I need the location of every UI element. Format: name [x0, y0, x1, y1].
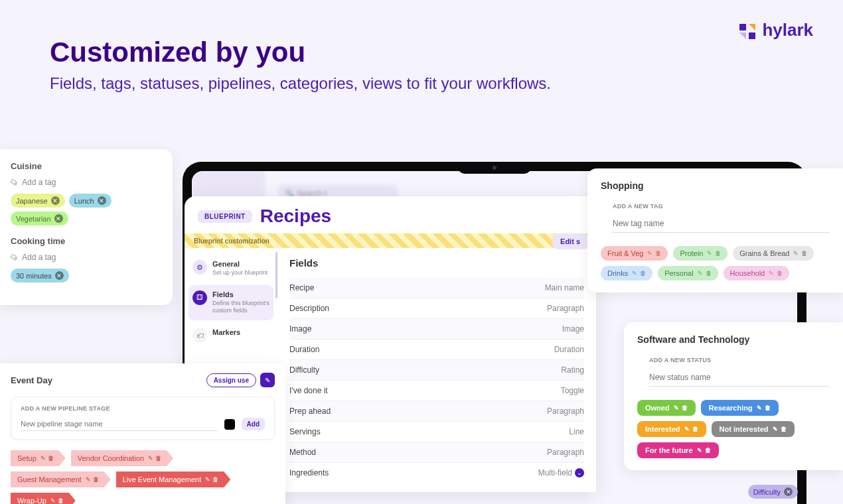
software-card: Software and Technology ADD A NEW STATUS… [624, 322, 843, 470]
stage-setup[interactable]: Setup✎🗑 [11, 450, 66, 466]
color-swatch[interactable] [224, 419, 235, 430]
trash-icon[interactable]: 🗑 [93, 476, 99, 483]
edit-icon[interactable]: ✎ [632, 270, 637, 277]
field-row[interactable]: DescriptionParagraph [289, 298, 584, 318]
edit-icon[interactable]: ✎ [86, 476, 91, 483]
trash-icon[interactable]: 🗑 [48, 455, 54, 462]
trash-icon[interactable]: 🗑 [715, 250, 721, 257]
edit-icon[interactable]: ✎ [793, 250, 799, 257]
edit-icon[interactable]: ✎ [260, 373, 275, 387]
stage-wrap[interactable]: Wrap-Up✎🗑 [11, 493, 76, 504]
fields-icon: ⚃ [192, 290, 207, 305]
trash-icon[interactable]: 🗑 [777, 270, 783, 277]
add-tag-button[interactable]: 🏷 Add a tag [11, 253, 162, 262]
trash-icon[interactable]: 🗑 [692, 426, 698, 432]
field-row[interactable]: ServingsLine [289, 421, 584, 442]
field-row[interactable]: I've done itToggle [289, 380, 584, 401]
close-icon[interactable]: ✕ [98, 196, 106, 205]
status-not-interested[interactable]: Not interested✎🗑 [712, 421, 795, 437]
edit-icon[interactable]: ✎ [50, 497, 56, 504]
trash-icon[interactable]: 🗑 [155, 455, 161, 462]
tag-vegetarian[interactable]: Vegetarian✕ [11, 212, 68, 225]
add-stage-form: ADD A NEW PIPELINE STAGE Add [11, 397, 275, 440]
tag-grains[interactable]: Grains & Bread✎🗑 [733, 246, 814, 261]
trash-icon[interactable]: 🗑 [706, 270, 712, 277]
brand-name: hylark [762, 20, 813, 40]
field-row[interactable]: DurationDuration [289, 339, 584, 359]
cooking-time-label: Cooking time [11, 236, 162, 246]
field-row[interactable]: IngredientsMulti-field ⌄ [289, 462, 584, 483]
status-owned[interactable]: Owned✎🗑 [637, 400, 696, 416]
tag-drinks[interactable]: Drinks✎🗑 [601, 266, 652, 281]
status-for-future[interactable]: For the future✎🗑 [637, 442, 719, 458]
edit-icon[interactable]: ✎ [684, 426, 690, 432]
scroll-indicator[interactable] [275, 252, 277, 298]
trash-icon[interactable]: 🗑 [781, 426, 787, 432]
status-researching[interactable]: Researching✎🗑 [701, 400, 779, 416]
edit-icon[interactable]: ✎ [698, 270, 703, 277]
assign-button[interactable]: Assign use [206, 373, 256, 387]
field-row[interactable]: DifficultyRating [289, 359, 584, 380]
field-row[interactable]: ImageImage [289, 318, 584, 339]
hero-subtitle: Fields, tags, statuses, pipelines, categ… [50, 74, 551, 93]
shopping-card: Shopping ADD A NEW TAG Fruit & Veg✎🗑 Pro… [587, 168, 843, 292]
nav-item-general[interactable]: ⚙ General Set up your blueprint [189, 255, 273, 283]
tag-fruit-veg[interactable]: Fruit & Veg✎🗑 [601, 246, 668, 261]
edit-icon[interactable]: ✎ [769, 270, 774, 277]
software-title: Software and Technology [637, 334, 830, 345]
trash-icon[interactable]: 🗑 [801, 250, 807, 257]
field-row[interactable]: MethodParagraph [289, 442, 584, 462]
close-icon: ✕ [784, 487, 793, 496]
edit-icon[interactable]: ✎ [647, 250, 652, 257]
field-row[interactable]: Prep aheadParagraph [289, 401, 584, 421]
nav-item-fields[interactable]: ⚃ Fields Define this blueprint's custom … [189, 285, 273, 320]
edit-icon[interactable]: ✎ [757, 405, 762, 411]
tag-protein[interactable]: Protein✎🗑 [673, 246, 728, 261]
edit-icon[interactable]: ✎ [40, 455, 46, 462]
trash-icon[interactable]: 🗑 [640, 270, 646, 277]
difficulty-snippet: Difficulty✕ [748, 485, 798, 499]
nav-item-markers[interactable]: 🏷 Markers [189, 323, 273, 348]
edit-icon[interactable]: ✎ [707, 250, 712, 257]
edit-icon[interactable]: ✎ [773, 426, 778, 432]
trash-icon[interactable]: 🗑 [655, 250, 661, 257]
trash-icon[interactable]: 🗑 [765, 405, 771, 411]
stage-vendor[interactable]: Vendor Coordination✎🗑 [71, 450, 173, 466]
edit-icon[interactable]: ✎ [205, 476, 210, 483]
add-button[interactable]: Add [242, 418, 265, 430]
edit-icon[interactable]: ✎ [674, 405, 679, 411]
trash-icon[interactable]: 🗑 [58, 497, 64, 504]
svg-rect-0 [739, 24, 746, 31]
svg-rect-1 [749, 32, 755, 39]
trash-icon[interactable]: 🗑 [212, 476, 218, 483]
trash-icon[interactable]: 🗑 [705, 447, 711, 454]
close-icon[interactable]: ✕ [51, 196, 60, 205]
stage-guest[interactable]: Guest Management✎🗑 [11, 472, 111, 487]
tag-name-input[interactable] [613, 215, 830, 233]
trash-icon[interactable]: 🗑 [682, 405, 688, 411]
tag-household[interactable]: Household✎🗑 [724, 266, 790, 281]
recipes-title: Recipes [260, 206, 331, 227]
add-tag-label: ADD A NEW TAG [613, 203, 830, 210]
edit-icon[interactable]: ✎ [148, 455, 153, 462]
hero-title: Customized by you [50, 36, 305, 68]
close-icon[interactable]: ✕ [55, 271, 64, 280]
tag-japanese[interactable]: Japanese✕ [11, 194, 65, 208]
tag-icon: 🏷 [9, 177, 20, 188]
tag-30-minutes[interactable]: 30 minutes✕ [11, 269, 69, 283]
edit-button[interactable]: Edit s [552, 233, 588, 249]
add-tag-button[interactable]: 🏷 Add a tag [11, 178, 162, 187]
status-interested[interactable]: Interested✎🗑 [637, 421, 706, 437]
tag-lunch[interactable]: Lunch✕ [69, 194, 112, 208]
stage-name-input[interactable] [21, 417, 218, 431]
stage-live[interactable]: Live Event Management✎🗑 [116, 472, 231, 487]
person-icon: ⚙ [192, 260, 207, 275]
pipeline-card: Event Day Assign use ✎ ADD A NEW PIPELIN… [0, 363, 285, 504]
close-icon[interactable]: ✕ [54, 214, 63, 223]
tag-personal[interactable]: Personal✎🗑 [658, 266, 718, 281]
cuisine-label: Cuisine [11, 161, 162, 171]
edit-icon[interactable]: ✎ [697, 447, 702, 454]
status-name-input[interactable] [649, 369, 830, 387]
field-row[interactable]: RecipeMain name [289, 278, 584, 298]
chevron-down-icon[interactable]: ⌄ [575, 468, 584, 477]
